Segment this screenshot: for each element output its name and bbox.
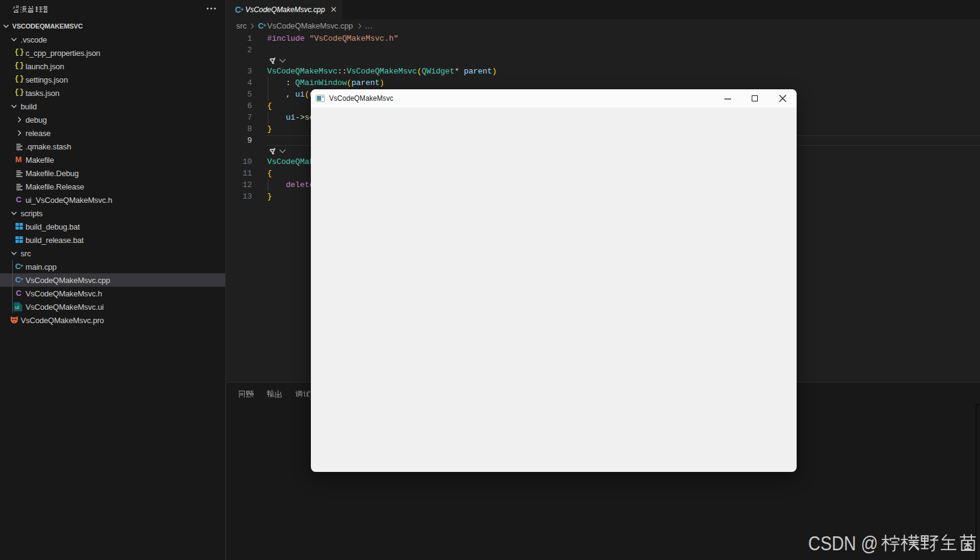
svg-text:ui: ui xyxy=(15,304,19,310)
